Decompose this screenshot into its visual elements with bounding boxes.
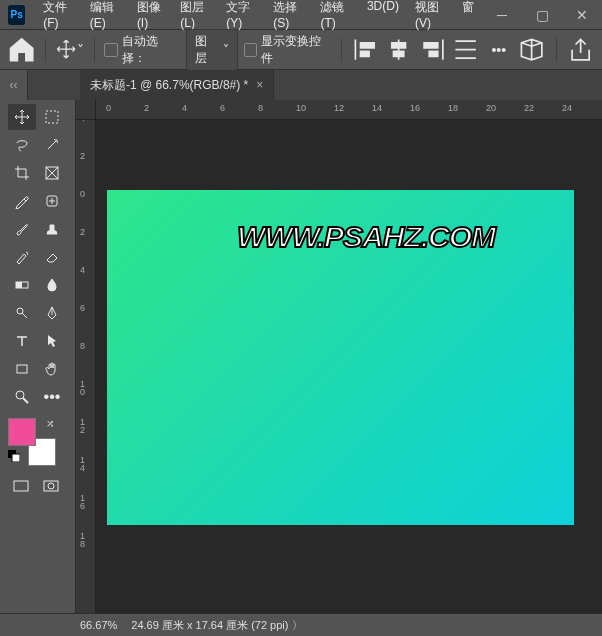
blur-tool[interactable]	[38, 272, 66, 298]
rectangle-tool[interactable]	[8, 356, 36, 382]
document-dimensions[interactable]: 24.69 厘米 x 17.64 厘米 (72 ppi) 〉	[131, 618, 302, 633]
magic-wand-tool[interactable]	[38, 132, 66, 158]
tab-close-icon[interactable]: ×	[256, 78, 263, 92]
gradient-tool[interactable]	[8, 272, 36, 298]
move-icon	[56, 39, 76, 59]
lasso-tool[interactable]	[8, 132, 36, 158]
separator	[556, 38, 557, 62]
menu-edit[interactable]: 编辑(E)	[82, 0, 129, 36]
edit-toolbar[interactable]: •••	[38, 384, 66, 410]
mask-mode	[8, 476, 75, 496]
horizontal-ruler[interactable]: 024681012141618202224	[96, 100, 602, 120]
panel-toggle[interactable]: ‹‹	[0, 70, 28, 100]
quick-mask-mode[interactable]	[38, 476, 64, 496]
hand-tool[interactable]	[38, 356, 66, 382]
menu-3d[interactable]: 3D(D)	[359, 0, 407, 36]
align-center-h-button[interactable]	[385, 36, 412, 64]
align-right-button[interactable]	[419, 36, 446, 64]
svg-rect-0	[46, 111, 58, 123]
svg-rect-9	[12, 454, 20, 462]
zoom-level[interactable]: 66.67%	[80, 619, 117, 631]
tab-title: 未标题-1 @ 66.7%(RGB/8#) *	[90, 77, 248, 94]
3d-mode-button[interactable]	[518, 36, 545, 64]
auto-select-checkbox[interactable]: 自动选择：	[104, 33, 180, 67]
path-select-tool[interactable]	[38, 328, 66, 354]
history-brush-tool[interactable]	[8, 244, 36, 270]
move-tool-indicator[interactable]: ˅	[56, 36, 83, 64]
swap-colors-icon[interactable]: ⤮	[46, 418, 54, 429]
dropdown-value: 图层	[195, 33, 218, 67]
default-colors-icon[interactable]	[8, 450, 20, 464]
tab-spacer	[28, 70, 80, 100]
checkbox-icon	[244, 43, 258, 57]
canvas-viewport[interactable]: WWW.PSAHZ.COM	[96, 120, 602, 613]
canvas-text-layer[interactable]: WWW.PSAHZ.COM	[237, 220, 495, 254]
close-button[interactable]: ✕	[562, 0, 602, 30]
show-transform-checkbox[interactable]: 显示变换控件	[244, 33, 332, 67]
eraser-tool[interactable]	[38, 244, 66, 270]
separator	[94, 38, 95, 62]
tools-panel: ••• ⤮	[0, 100, 76, 613]
minimize-button[interactable]: ─	[482, 0, 522, 30]
healing-brush-tool[interactable]	[38, 188, 66, 214]
menu-file[interactable]: 文件(F)	[35, 0, 82, 36]
foreground-color[interactable]	[8, 418, 36, 446]
canvas-area[interactable]: 024681012141618202224 42024681 01 21 41 …	[76, 100, 602, 613]
dims-text: 24.69 厘米 x 17.64 厘米 (72 ppi)	[131, 619, 288, 631]
svg-rect-10	[14, 481, 28, 491]
color-swatch: ⤮	[8, 418, 56, 466]
home-icon	[8, 36, 35, 63]
home-button[interactable]	[8, 36, 35, 64]
frame-tool[interactable]	[38, 160, 66, 186]
move-tool[interactable]	[8, 104, 36, 130]
dodge-tool[interactable]	[8, 300, 36, 326]
show-transform-label: 显示变换控件	[261, 33, 331, 67]
window-controls: ─ ▢ ✕	[482, 0, 602, 30]
zoom-tool[interactable]	[8, 384, 36, 410]
vertical-ruler[interactable]: 42024681 01 21 41 61 8	[76, 120, 96, 613]
clone-stamp-tool[interactable]	[38, 216, 66, 242]
more-options-button[interactable]: •••	[485, 36, 512, 64]
checkbox-icon	[104, 43, 118, 57]
auto-select-label: 自动选择：	[122, 33, 180, 67]
options-bar: ˅ 自动选择： 图层 ˅ 显示变换控件 •••	[0, 30, 602, 70]
document-canvas[interactable]: WWW.PSAHZ.COM	[107, 190, 574, 525]
maximize-button[interactable]: ▢	[522, 0, 562, 30]
statusbar: 66.67% 24.69 厘米 x 17.64 厘米 (72 ppi) 〉	[0, 613, 602, 636]
menu-select[interactable]: 选择(S)	[265, 0, 312, 36]
type-tool[interactable]	[8, 328, 36, 354]
titlebar: Ps 文件(F) 编辑(E) 图像(I) 图层(L) 文字(Y) 选择(S) 滤…	[0, 0, 602, 30]
svg-point-12	[48, 483, 54, 489]
separator	[45, 38, 46, 62]
svg-rect-6	[17, 365, 27, 373]
separator	[341, 38, 342, 62]
crop-tool[interactable]	[8, 160, 36, 186]
menu-image[interactable]: 图像(I)	[129, 0, 172, 36]
marquee-tool[interactable]	[38, 104, 66, 130]
auto-select-target[interactable]: 图层 ˅	[186, 29, 237, 71]
chevron-down-icon: ˅	[223, 43, 229, 57]
distribute-button[interactable]	[452, 36, 479, 64]
chevron-right-icon: 〉	[292, 619, 303, 631]
svg-point-7	[16, 391, 24, 399]
brush-tool[interactable]	[8, 216, 36, 242]
standard-mode[interactable]	[8, 476, 34, 496]
main-menu: 文件(F) 编辑(E) 图像(I) 图层(L) 文字(Y) 选择(S) 滤镜(T…	[35, 0, 482, 36]
menu-filter[interactable]: 滤镜(T)	[312, 0, 359, 36]
tabs-bar: ‹‹ 未标题-1 @ 66.7%(RGB/8#) * ×	[0, 70, 602, 100]
ruler-origin[interactable]	[76, 100, 96, 120]
app-logo: Ps	[8, 5, 25, 25]
menu-view[interactable]: 视图(V)	[407, 0, 454, 36]
menu-window[interactable]: 窗	[454, 0, 482, 36]
document-tab[interactable]: 未标题-1 @ 66.7%(RGB/8#) * ×	[80, 70, 274, 100]
svg-rect-4	[16, 282, 22, 288]
pen-tool[interactable]	[38, 300, 66, 326]
share-button[interactable]	[567, 36, 594, 64]
eyedropper-tool[interactable]	[8, 188, 36, 214]
workspace: ••• ⤮ 024681012141618202224 42024681 01 …	[0, 100, 602, 613]
align-left-button[interactable]	[352, 36, 379, 64]
